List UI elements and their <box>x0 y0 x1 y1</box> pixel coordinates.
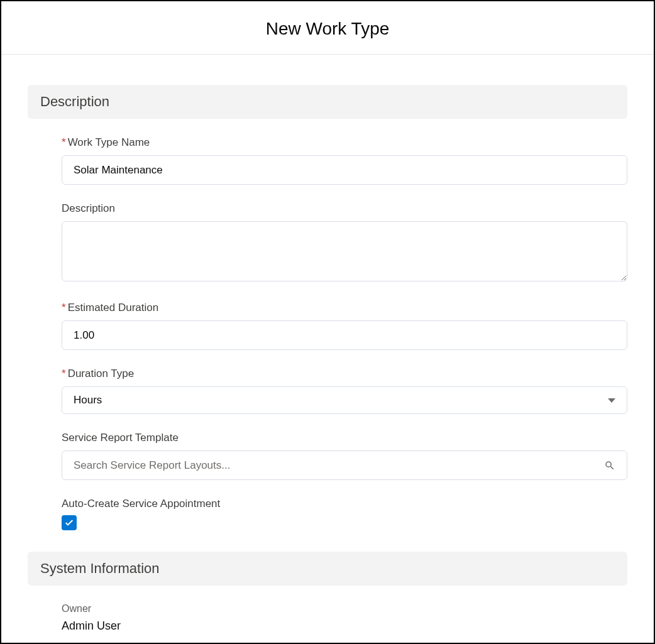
search-icon <box>604 460 615 471</box>
field-service-report-template: Service Report Template <box>62 432 627 480</box>
modal-header: New Work Type <box>1 1 654 55</box>
input-work-type-name[interactable] <box>62 155 627 185</box>
lookup-service-report-template[interactable] <box>62 450 627 480</box>
modal-window: New Work Type Description *Work Type Nam… <box>0 0 655 644</box>
check-icon <box>64 518 74 528</box>
input-service-report-template[interactable] <box>74 459 604 472</box>
section-header-description: Description <box>28 85 627 119</box>
label-description: Description <box>62 202 627 215</box>
input-estimated-duration[interactable] <box>62 320 627 350</box>
textarea-description[interactable] <box>62 221 627 281</box>
select-duration-type-value: Hours <box>74 394 102 407</box>
select-duration-type[interactable]: Hours <box>62 386 627 414</box>
value-owner: Admin User <box>62 619 121 632</box>
label-estimated-duration: *Estimated Duration <box>62 302 627 314</box>
field-auto-create: Auto-Create Service Appointment <box>62 498 627 530</box>
field-estimated-duration: *Estimated Duration <box>62 302 627 350</box>
section-title-description: Description <box>40 94 615 110</box>
label-auto-create: Auto-Create Service Appointment <box>62 498 627 510</box>
label-owner: Owner <box>62 603 627 614</box>
required-indicator: * <box>62 368 66 379</box>
section-title-system-info: System Information <box>40 560 615 577</box>
checkbox-auto-create[interactable] <box>62 515 77 530</box>
field-duration-type: *Duration Type Hours <box>62 368 627 414</box>
section-header-system-info: System Information <box>28 552 627 586</box>
modal-title: New Work Type <box>1 19 654 39</box>
label-duration-type: *Duration Type <box>62 368 627 380</box>
field-work-type-name: *Work Type Name <box>62 136 627 185</box>
field-description: Description <box>62 202 627 284</box>
label-work-type-name: *Work Type Name <box>62 136 627 149</box>
required-indicator: * <box>62 302 66 314</box>
label-service-report-template: Service Report Template <box>62 432 627 444</box>
chevron-down-icon <box>608 398 615 403</box>
required-indicator: * <box>62 136 66 148</box>
field-owner: Owner Admin User <box>62 603 627 633</box>
modal-content: Description *Work Type Name Description … <box>1 55 654 633</box>
